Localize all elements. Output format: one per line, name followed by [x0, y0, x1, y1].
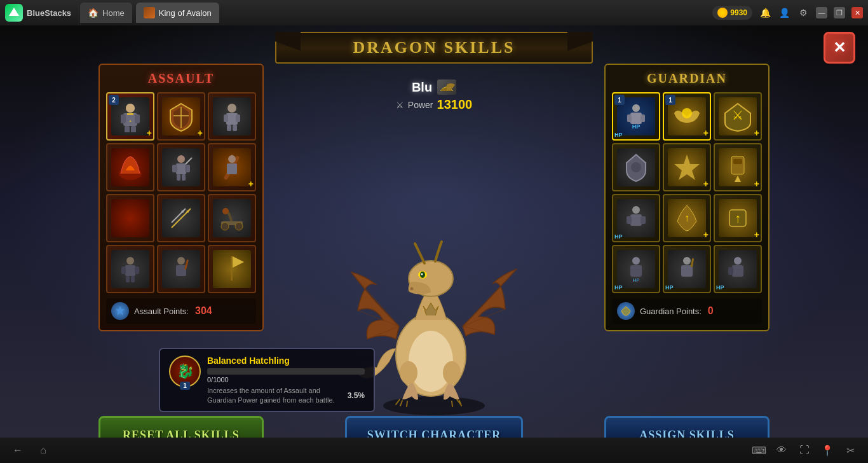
assault-skill-8[interactable] — [157, 194, 205, 242]
assault-skill-2[interactable]: + — [157, 92, 205, 141]
hp-badge-11: HP — [665, 284, 674, 291]
guardian-plus-9: + — [754, 230, 759, 240]
svg-rect-67 — [627, 216, 632, 224]
assault-skill-10[interactable] — [106, 245, 154, 293]
eye-icon[interactable]: 👁 — [774, 443, 789, 458]
window-close-button[interactable]: ✕ — [851, 7, 863, 18]
guardian-skill-3[interactable]: ⚔ + — [714, 92, 762, 141]
coins-display: 9930 — [712, 6, 752, 20]
card-progress-text: 0/1000 — [207, 376, 365, 384]
banner-wing-left — [275, 32, 301, 51]
svg-rect-29 — [227, 163, 237, 174]
svg-text:↑: ↑ — [684, 212, 689, 223]
tab-game[interactable]: King of Avalon — [136, 3, 219, 23]
expand-icon[interactable]: ⛶ — [797, 443, 812, 458]
tab-game-label: King of Avalon — [159, 8, 212, 18]
card-bonus: 3.5% — [348, 391, 365, 400]
assault-skill-6[interactable]: + — [208, 143, 256, 191]
skill-level-badge-1: 2 — [109, 95, 119, 105]
svg-point-87 — [421, 273, 423, 275]
svg-marker-61 — [674, 155, 700, 180]
guardian-skill-12[interactable]: HP — [714, 245, 762, 293]
guardian-skill-7[interactable]: HP — [612, 194, 660, 242]
back-button[interactable]: ← — [10, 443, 25, 458]
svg-marker-52 — [233, 256, 244, 268]
hp-badge-10: HP — [614, 284, 623, 291]
skill-art-10 — [111, 250, 149, 288]
user-icon[interactable]: 👤 — [778, 6, 790, 19]
assault-header: ASSAULT — [106, 71, 256, 86]
guardian-art-6 — [719, 148, 757, 186]
svg-point-53 — [632, 104, 640, 112]
dragon-name-row: Blu — [412, 79, 456, 95]
guardian-skill-9[interactable]: ↑ + — [714, 194, 762, 242]
home-button[interactable]: ⌂ — [36, 443, 51, 458]
skill-art-7 — [111, 199, 149, 237]
settings-icon[interactable]: ⚙ — [797, 6, 810, 19]
minimize-button[interactable]: — — [816, 7, 827, 18]
guardian-skill-4[interactable] — [612, 143, 660, 191]
guardian-skill-1[interactable]: 1 HP HP — [612, 92, 660, 141]
svg-rect-80 — [728, 267, 733, 275]
assault-skill-4[interactable] — [106, 143, 154, 191]
svg-line-88 — [351, 272, 399, 326]
assault-skill-3[interactable] — [208, 92, 256, 141]
svg-line-25 — [186, 158, 192, 164]
assault-skill-9[interactable] — [208, 194, 256, 242]
game-close-button[interactable]: ✕ — [824, 32, 855, 64]
guardian-skill-6[interactable]: + — [714, 143, 762, 191]
svg-rect-50 — [184, 259, 189, 270]
svg-rect-8 — [127, 113, 133, 115]
skill-art-3 — [213, 97, 251, 135]
assault-skill-7[interactable] — [106, 194, 154, 242]
card-level: 1 — [180, 382, 190, 390]
location-icon[interactable]: 📍 — [820, 443, 835, 458]
tab-home[interactable]: 🏠 Home — [80, 3, 132, 23]
svg-point-94 — [400, 361, 417, 384]
svg-rect-3 — [121, 114, 126, 123]
svg-point-12 — [227, 104, 236, 113]
guardian-plus-6: + — [754, 179, 759, 189]
skill-plus-2: + — [198, 128, 203, 138]
assault-skill-grid: 2 + + — [106, 92, 256, 293]
guardian-art-8: ↑ — [668, 199, 706, 237]
svg-point-75 — [683, 257, 691, 265]
svg-rect-21 — [172, 165, 177, 172]
assault-skill-11[interactable] — [157, 245, 205, 293]
svg-point-96 — [410, 287, 414, 291]
notification-icon[interactable]: 🔔 — [759, 6, 771, 19]
power-label: Power — [408, 100, 433, 110]
bluestacks-taskbar: ← ⌂ ⌨ 👁 ⛶ 📍 ✂ — [0, 438, 868, 463]
assault-skill-1[interactable]: 2 + + — [106, 92, 154, 141]
svg-text:HP: HP — [632, 123, 641, 130]
skill-art-5 — [162, 148, 200, 186]
guardian-art-3: ⚔ — [719, 97, 757, 135]
maximize-button[interactable]: ❐ — [834, 7, 845, 18]
guardian-plus-8: + — [703, 230, 709, 240]
svg-rect-24 — [182, 174, 186, 181]
card-content: Balanced Hatchling 0/1000 Increases the … — [207, 356, 365, 404]
svg-rect-49 — [176, 265, 186, 276]
svg-rect-14 — [224, 114, 228, 122]
assault-panel: ASSAULT 2 + — [98, 64, 264, 331]
svg-point-65 — [632, 206, 640, 214]
keyboard-icon[interactable]: ⌨ — [751, 443, 766, 458]
banner-wing-right — [567, 32, 593, 51]
svg-rect-68 — [641, 216, 646, 224]
card-name: Balanced Hatchling — [207, 356, 365, 366]
guardian-skill-11[interactable]: HP — [663, 245, 711, 293]
card-description: Increases the amount of Assault and Guar… — [207, 386, 342, 404]
svg-rect-23 — [177, 174, 180, 181]
guardian-skill-5[interactable]: + — [663, 143, 711, 191]
assault-skill-12[interactable] — [208, 245, 256, 293]
svg-rect-54 — [630, 113, 642, 124]
info-card: 🐉 1 Balanced Hatchling 0/1000 Increases … — [159, 348, 375, 412]
assault-footer: Assault Points: 304 — [106, 298, 256, 324]
guardian-level-2: 1 — [665, 95, 675, 105]
assault-skill-5[interactable] — [157, 143, 205, 191]
guardian-skill-10[interactable]: HP HP — [612, 245, 660, 293]
scissor-icon[interactable]: ✂ — [843, 443, 858, 458]
guardian-art-7 — [617, 199, 655, 237]
guardian-skill-2[interactable]: 1 + — [663, 92, 711, 141]
guardian-skill-8[interactable]: ↑ + — [663, 194, 711, 242]
